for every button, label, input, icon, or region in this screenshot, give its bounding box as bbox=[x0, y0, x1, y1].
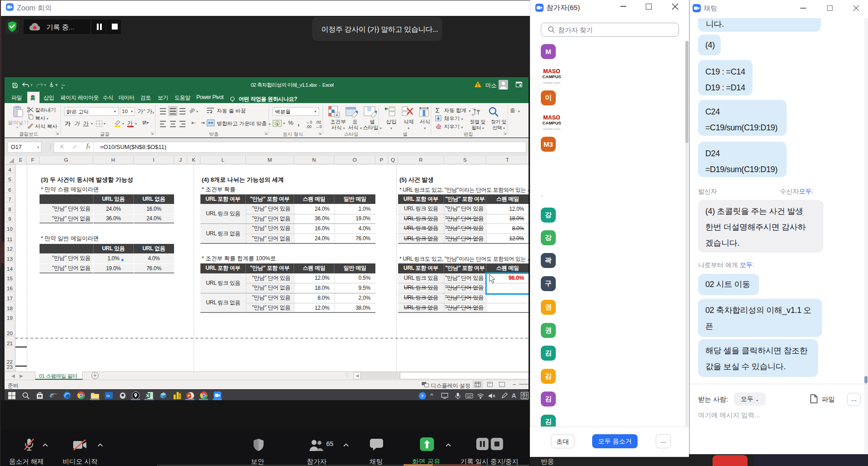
svg-text:$: $ bbox=[276, 122, 279, 126]
svg-text:0x: 0x bbox=[106, 394, 110, 398]
svg-text:⊞: ⊞ bbox=[39, 395, 40, 398]
svg-text:?: ? bbox=[421, 393, 424, 398]
svg-text:≠: ≠ bbox=[336, 113, 338, 117]
svg-text:P: P bbox=[188, 394, 190, 398]
svg-text:ㅎ: ㅎ bbox=[471, 113, 475, 117]
